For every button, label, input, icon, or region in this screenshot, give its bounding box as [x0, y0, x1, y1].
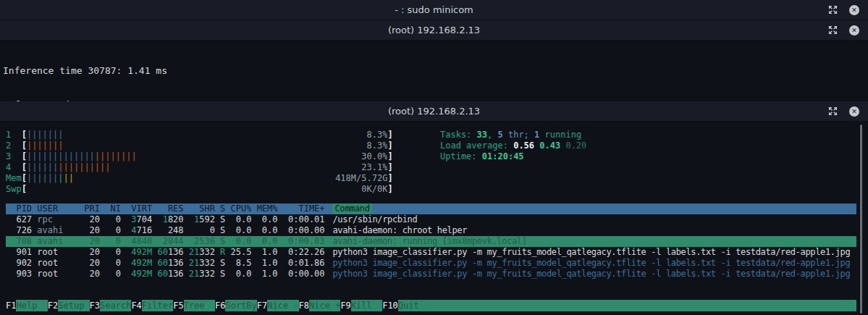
window-title: (root) 192.168.2.13 — [0, 25, 868, 35]
process-row-726[interactable]: 726avahi20047162480S0.00.00:00.00avahi-d… — [6, 225, 856, 236]
meter-bar: |||||||8.3% — [27, 130, 387, 140]
cpu-memory-meters: 1[|||||||8.3%]2[|||||||8.3%]3[||||||||||… — [6, 130, 868, 195]
col-time[interactable]: TIME+ — [283, 203, 325, 214]
fkey-number: F4 — [131, 300, 141, 311]
meter-4: 4[||||||||||||||||23.1%] — [6, 162, 868, 173]
col-ni[interactable]: NI — [105, 203, 121, 214]
process-table-header: PIDUSERPRINIVIRTRESSHRSCPU%MEM%TIME+Comm… — [6, 203, 856, 214]
fkey-number: F5 — [173, 300, 183, 311]
fkey-f9[interactable]: F9Kill — [340, 300, 382, 311]
spacer — [6, 195, 868, 203]
meter-label: 1 — [6, 130, 22, 140]
col-cmd[interactable]: Command — [332, 203, 856, 214]
fkey-label: SortBy — [225, 300, 256, 311]
meter-label: 2 — [6, 140, 22, 151]
fkey-f3[interactable]: F3Search — [90, 300, 132, 311]
fkey-number: F8 — [299, 300, 309, 311]
process-row-708[interactable]: 708avahi200484028442536S0.00.00:00.03ava… — [6, 236, 856, 247]
process-row-627[interactable]: 627rpc200370418201592S0.00.00:00.01/usr/… — [6, 214, 856, 225]
titlebar-actions: ✕ — [828, 106, 859, 117]
htop-meters-section: 1[|||||||8.3%]2[|||||||8.3%]3[||||||||||… — [6, 130, 868, 195]
fkey-label: Filter — [142, 300, 173, 311]
fkey-number: F1 — [6, 300, 16, 311]
expand-icon[interactable] — [828, 25, 838, 35]
meter-bar: |||||||||||||||||||||30.0% — [27, 151, 387, 162]
fkey-f7[interactable]: F7Nice - — [257, 300, 299, 311]
meter-bar: |||||||||418M/5.72G — [27, 173, 387, 184]
process-table: 627rpc200370418201592S0.00.00:00.01/usr/… — [6, 214, 868, 280]
col-res[interactable]: RES — [157, 203, 183, 214]
meter-value: 0K/0K — [361, 184, 387, 195]
fkey-label: Quit — [398, 300, 429, 311]
titlebar-ssh-2: (root) 192.168.2.13 ✕ — [0, 101, 868, 122]
process-row-901[interactable]: 901root200492M6013621332R25.51.00:22.26p… — [6, 247, 856, 258]
system-summary: Tasks: 33, 5 thr; 1 runningLoad average:… — [440, 130, 586, 162]
fkey-label: Kill — [351, 300, 382, 311]
process-row-902[interactable]: 902root200492M6013621332S8.51.00:01.86py… — [6, 258, 856, 269]
close-icon[interactable]: ✕ — [849, 5, 859, 15]
load-average: Load average: 0.56 0.43 0.20 — [440, 140, 586, 151]
tasks-summary: Tasks: 33, 5 thr; 1 running — [440, 130, 586, 140]
col-shr[interactable]: SHR — [189, 203, 215, 214]
meter-3: 3[|||||||||||||||||||||30.0%] — [6, 151, 868, 162]
meter-mem: Mem[|||||||||418M/5.72G] — [6, 173, 868, 184]
fkey-label: Help — [16, 300, 47, 311]
fkey-number: F2 — [48, 300, 58, 311]
col-s[interactable]: S — [220, 203, 225, 214]
meter-label: Swp — [6, 184, 22, 195]
uptime: Uptime: 01:20:45 — [440, 151, 586, 162]
fkey-label: Nice - — [267, 300, 298, 311]
process-row-903[interactable]: 903root200492M6013621332S0.01.00:00.00py… — [6, 269, 856, 280]
meter-label: 3 — [6, 151, 22, 162]
meter-value: 8.3% — [366, 130, 387, 140]
col-pri[interactable]: PRI — [84, 203, 100, 214]
terminal-line: Inference time 30787: 1.41 ms — [3, 65, 868, 77]
meter-1: 1[|||||||8.3%] — [6, 130, 868, 140]
fkey-f6[interactable]: F6SortBy — [215, 300, 257, 311]
meter-swp: Swp[0K/0K] — [6, 184, 868, 195]
fkey-f1[interactable]: F1Help — [6, 300, 48, 311]
titlebar-minicom: - : sudo minicom ✕ — [0, 0, 868, 20]
fkey-number: F10 — [382, 300, 398, 311]
col-mem[interactable]: MEM% — [257, 203, 278, 214]
fkey-bar-fill — [429, 300, 856, 311]
htop-panel: 1[|||||||8.3%]2[|||||||8.3%]3[||||||||||… — [0, 122, 868, 315]
fkey-number: F7 — [257, 300, 267, 311]
expand-icon[interactable] — [828, 5, 838, 14]
col-virt[interactable]: VIRT — [126, 203, 152, 214]
fkey-label: Search — [100, 300, 131, 311]
close-icon[interactable]: ✕ — [849, 25, 859, 35]
meter-bar: ||||||||||||||||23.1% — [27, 162, 387, 173]
fkey-label: Nice + — [309, 300, 340, 311]
fkey-f10[interactable]: F10Quit — [382, 300, 429, 311]
meter-label: Mem — [6, 173, 22, 184]
function-key-bar: F1HelpF2SetupF3SearchF4FilterF5TreeF6Sor… — [6, 300, 856, 311]
meter-bar: 0K/0K — [27, 184, 387, 195]
fkey-label: Setup — [58, 300, 89, 311]
window-title: (root) 192.168.2.13 — [0, 106, 868, 117]
fkey-number: F3 — [90, 300, 100, 311]
meter-value: 23.1% — [361, 162, 387, 173]
minicom-terminal[interactable]: Inference time 30787: 1.41 ms Inference … — [0, 41, 868, 101]
fkey-label: Tree — [184, 300, 215, 311]
fkey-number: F9 — [340, 300, 350, 311]
meter-bar: |||||||8.3% — [27, 140, 387, 151]
fkey-f5[interactable]: F5Tree — [173, 300, 215, 311]
fkey-f4[interactable]: F4Filter — [131, 300, 173, 311]
fkey-number: F6 — [215, 300, 225, 311]
meter-value: 8.3% — [366, 140, 387, 151]
meter-value: 30.0% — [361, 151, 387, 162]
scrollbar[interactable] — [860, 125, 862, 314]
meter-label: 4 — [6, 162, 22, 173]
close-icon[interactable]: ✕ — [849, 106, 859, 117]
meter-value: 418M/5.72G — [335, 173, 387, 184]
col-pid[interactable]: PID — [6, 203, 32, 214]
col-cpu[interactable]: CPU% — [231, 203, 252, 214]
col-user[interactable]: USER — [37, 203, 84, 214]
expand-icon[interactable] — [828, 106, 838, 116]
titlebar-actions: ✕ — [828, 25, 859, 35]
meter-2: 2[|||||||8.3%] — [6, 140, 868, 151]
fkey-f2[interactable]: F2Setup — [48, 300, 90, 311]
titlebar-ssh-1: (root) 192.168.2.13 ✕ — [0, 20, 868, 41]
fkey-f8[interactable]: F8Nice + — [299, 300, 341, 311]
